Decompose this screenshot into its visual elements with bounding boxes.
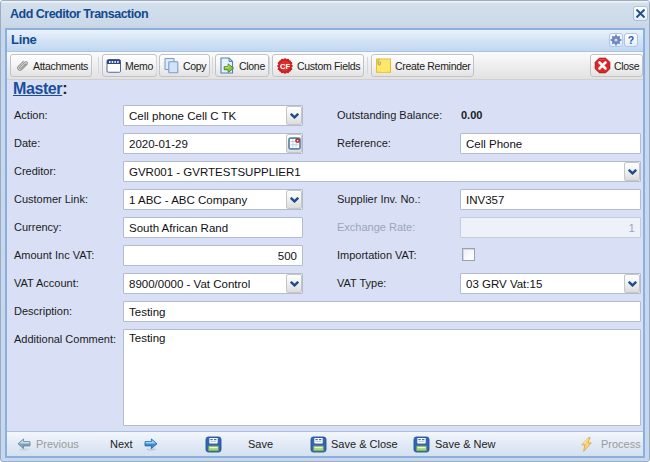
vat-type-dropdown-trigger[interactable] [624,274,640,293]
creditor-combo[interactable] [123,161,641,182]
copy-label: Copy [183,60,206,72]
attachments-label: Attachments [33,60,88,72]
action-combo[interactable] [123,105,303,126]
vat-account-combo[interactable] [123,273,303,294]
window-title: Add Creditor Transaction [10,7,148,21]
save-close-label: Save & Close [331,438,398,450]
outstanding-balance-value: 0.00 [461,105,482,126]
memo-button[interactable]: Memo [102,54,157,77]
save-button[interactable]: Save [205,432,273,456]
arrow-left-icon [17,438,31,451]
next-label: Next [110,438,133,450]
create-reminder-label: Create Reminder [395,60,470,72]
master-form: Master: Action: Outstanding Balance: 0.0… [7,80,643,431]
attachments-button[interactable]: Attachments [10,54,92,77]
process-button[interactable]: Process [580,432,641,456]
toolbar-separator [367,57,368,74]
importation-vat-checkbox[interactable] [462,248,475,261]
master-colon: : [62,80,67,97]
currency-label: Currency: [14,217,62,238]
next-button[interactable]: Next [110,432,158,456]
custom-fields-icon: CF [276,57,294,75]
vat-account-input[interactable] [123,273,303,294]
chevron-down-icon [628,169,637,175]
save-new-label: Save & New [435,438,496,450]
paperclip-icon [14,58,30,74]
clone-icon [219,57,236,74]
clone-button[interactable]: Clone [215,54,269,77]
chevron-down-icon [290,281,299,287]
save-close-button[interactable]: Save & Close [310,432,398,456]
customer-link-combo[interactable] [123,189,303,210]
settings-gear-button[interactable] [609,33,623,47]
vat-type-input[interactable] [460,273,641,294]
date-label: Date: [14,133,40,154]
lightning-icon [580,437,593,452]
copy-button[interactable]: Copy [159,54,210,77]
toolbar-separator [98,57,99,74]
close-label: Close [614,60,639,72]
date-field[interactable] [123,133,303,154]
chevron-down-icon [628,281,637,287]
toolbar-separator [269,57,270,74]
line-panel-title: Line [11,32,37,47]
floppy-disk-icon [310,436,327,453]
customer-link-dropdown-trigger[interactable] [286,190,302,209]
help-question-icon: ? [628,34,634,46]
cf-badge-text: CF [280,61,290,70]
floppy-disk-icon [205,436,222,453]
creditor-input[interactable] [123,161,641,182]
calendar-icon [288,137,301,150]
arrow-right-icon [144,438,158,451]
exchange-rate-input [460,217,641,238]
help-button[interactable]: ? [624,33,638,47]
exchange-rate-label: Exchange Rate: [337,217,415,238]
save-new-button[interactable]: Save & New [413,432,496,456]
previous-label: Previous [36,438,79,450]
reference-label: Reference: [337,133,391,154]
close-button[interactable]: Close [590,54,643,77]
action-input[interactable] [123,105,303,126]
reminder-note-icon [375,57,392,74]
close-x-icon [636,9,645,18]
date-input[interactable] [123,133,303,154]
vat-type-label: VAT Type: [337,273,386,294]
main-toolbar: Attachments Memo Copy [7,52,643,80]
master-title-text: Master [13,80,62,97]
vat-account-dropdown-trigger[interactable] [286,274,302,293]
toolbar-separator [212,57,213,74]
amount-inc-vat-input[interactable] [123,245,303,266]
custom-fields-label: Custom Fields [297,60,360,72]
save-label: Save [248,438,273,450]
footer-toolbar: Previous Next Save [7,431,643,456]
outstanding-balance-label: Outstanding Balance: [337,105,442,126]
line-panel-header: Line [7,30,643,52]
create-reminder-button[interactable]: Create Reminder [371,54,474,77]
date-picker-trigger[interactable] [286,134,302,153]
toolbar-separator [156,57,157,74]
reference-input[interactable] [460,133,641,154]
supplier-inv-no-input[interactable] [460,189,641,210]
additional-comment-textarea[interactable]: Testing [123,329,641,426]
memo-label: Memo [125,60,153,72]
description-input[interactable] [123,301,641,322]
process-label: Process [601,438,641,450]
chevron-down-icon [290,197,299,203]
close-red-icon [594,57,611,74]
customer-link-input[interactable] [123,189,303,210]
currency-input[interactable] [123,217,303,238]
action-label: Action: [14,105,48,126]
window-close-button[interactable] [633,6,648,21]
custom-fields-button[interactable]: CF Custom Fields [272,54,364,77]
action-dropdown-trigger[interactable] [286,106,302,125]
master-section-title: Master: [13,80,67,98]
floppy-disk-icon [413,436,430,453]
creditor-dropdown-trigger[interactable] [624,162,640,181]
previous-button[interactable]: Previous [17,432,79,456]
vat-type-combo[interactable] [460,273,641,294]
add-creditor-transaction-window: Add Creditor Transaction Line [0,0,650,462]
supplier-inv-no-label: Supplier Inv. No.: [337,189,421,210]
additional-comment-label: Additional Comment: [14,329,116,350]
chevron-down-icon [290,113,299,119]
importation-vat-label: Importation VAT: [337,245,417,266]
